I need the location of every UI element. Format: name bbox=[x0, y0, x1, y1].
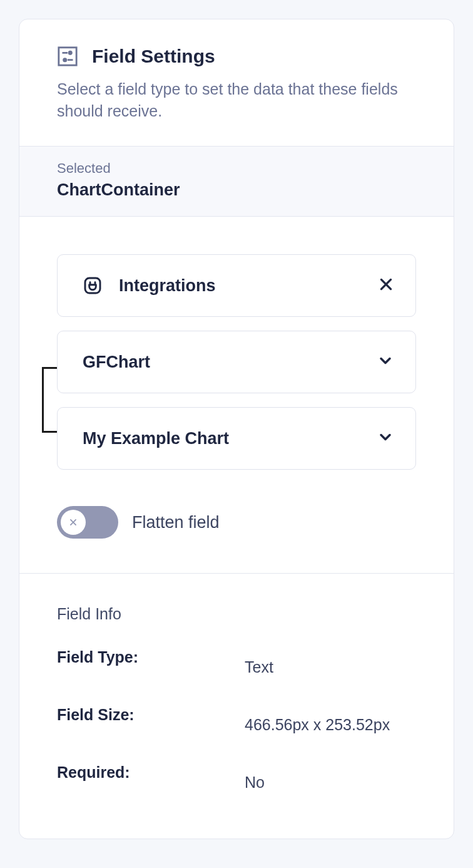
field-settings-panel: Field Settings Select a field type to se… bbox=[19, 19, 454, 839]
option-integrations[interactable]: Integrations bbox=[57, 254, 416, 317]
flatten-toggle-label: Flatten field bbox=[132, 513, 220, 532]
info-key-required: Required: bbox=[57, 763, 245, 782]
toggle-knob bbox=[61, 510, 86, 535]
info-row-required: Required: No bbox=[57, 763, 416, 801]
chevron-down-icon bbox=[377, 428, 394, 448]
selected-value: ChartContainer bbox=[57, 180, 416, 200]
panel-subtitle: Select a field type to set the data that… bbox=[57, 78, 416, 122]
info-val-type: Text bbox=[245, 648, 273, 686]
info-row-type: Field Type: Text bbox=[57, 648, 416, 686]
flatten-toggle-row: Flatten field bbox=[57, 506, 416, 539]
field-info-block: Field Info Field Type: Text Field Size: … bbox=[19, 574, 454, 839]
title-row: Field Settings bbox=[57, 46, 416, 67]
info-key-size: Field Size: bbox=[57, 706, 245, 724]
plug-icon bbox=[83, 276, 103, 296]
settings-icon bbox=[57, 46, 78, 67]
svg-point-2 bbox=[69, 51, 71, 54]
info-row-size: Field Size: 466.56px x 253.52px bbox=[57, 706, 416, 743]
selected-block: Selected ChartContainer bbox=[19, 147, 454, 217]
flatten-toggle[interactable] bbox=[57, 506, 118, 539]
info-key-type: Field Type: bbox=[57, 648, 245, 666]
close-icon[interactable] bbox=[378, 276, 394, 295]
option-gfchart[interactable]: GFChart bbox=[57, 331, 416, 393]
info-val-required: No bbox=[245, 763, 265, 801]
option-integrations-label: Integrations bbox=[119, 276, 378, 296]
svg-point-4 bbox=[64, 59, 66, 61]
svg-rect-0 bbox=[59, 48, 76, 65]
x-icon bbox=[69, 518, 78, 527]
tree-connector bbox=[42, 367, 57, 433]
selected-label: Selected bbox=[57, 160, 416, 177]
option-example-chart[interactable]: My Example Chart bbox=[57, 407, 416, 470]
chevron-down-icon bbox=[377, 352, 394, 372]
panel-header: Field Settings Select a field type to se… bbox=[19, 19, 454, 147]
options-block: Integrations GFChart My Example Chart bbox=[19, 217, 454, 574]
field-info-heading: Field Info bbox=[57, 605, 416, 623]
info-val-size: 466.56px x 253.52px bbox=[245, 706, 390, 743]
option-example-chart-label: My Example Chart bbox=[83, 429, 377, 448]
option-gfchart-label: GFChart bbox=[83, 353, 377, 372]
panel-title: Field Settings bbox=[92, 46, 215, 67]
